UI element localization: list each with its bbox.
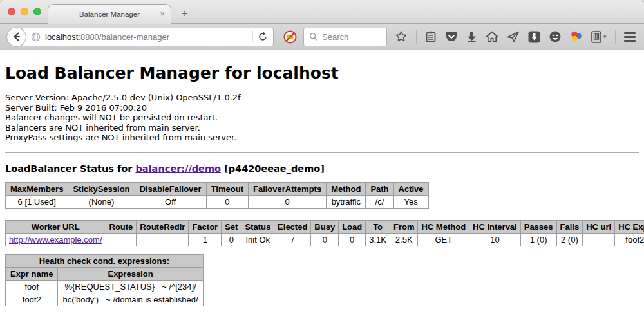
pocket-icon — [445, 31, 458, 42]
addon-download-icon — [528, 31, 540, 43]
home-icon — [486, 31, 498, 42]
toolbar-divider — [615, 30, 616, 44]
urlbar-divider — [252, 31, 253, 42]
container-button[interactable]: ▾ — [591, 31, 607, 43]
colored-dots-addon-icon — [570, 30, 583, 43]
table-row: 6 [1 Used] (None) Off 0 0 bytraffic /c/ … — [6, 195, 429, 208]
menu-button[interactable] — [624, 32, 636, 42]
server-version-line: Server Version: Apache/2.5.0-dev (Unix) … — [5, 93, 639, 103]
url-host: localhost — [45, 32, 78, 42]
navigation-toolbar: localhost:8880/balancer-manager — [0, 24, 644, 50]
health-check-table: Health check cond. expressions: Expr nam… — [5, 254, 204, 306]
colored-dots-addon-button[interactable] — [570, 30, 583, 43]
server-info: Server Version: Apache/2.5.0-dev (Unix) … — [5, 93, 639, 143]
search-input[interactable] — [322, 32, 377, 42]
zoom-window-button[interactable] — [33, 8, 41, 15]
reading-list-button[interactable] — [425, 31, 437, 43]
worker-table: Worker URL Route RouteRedir Factor Set S… — [5, 220, 644, 246]
menu-hamburger-icon — [624, 32, 636, 34]
download-icon — [466, 31, 477, 42]
smiley-icon — [549, 30, 562, 43]
reload-icon[interactable] — [258, 32, 268, 42]
health-table-title: Health check cond. expressions: — [6, 254, 204, 267]
table-row: foof %{REQUEST_STATUS} =~ /^[234]/ — [6, 280, 204, 293]
page-content: Load Balancer Manager for localhost Serv… — [0, 64, 644, 316]
new-tab-button[interactable]: + — [178, 7, 192, 20]
clipboard-icon — [425, 31, 437, 43]
send-tab-button[interactable] — [507, 31, 520, 42]
table-title-row: Health check cond. expressions: — [6, 254, 204, 267]
bookmark-button[interactable] — [395, 30, 408, 43]
table-header-row: Worker URL Route RouteRedir Factor Set S… — [6, 220, 644, 233]
tab-balancer-manager[interactable]: Balancer Manager × — [48, 4, 171, 24]
container-icon — [591, 31, 601, 43]
content-blocker-button[interactable] — [280, 30, 299, 44]
balancer-settings-table: MaxMembers StickySession DisableFailover… — [5, 182, 429, 209]
pocket-button[interactable] — [445, 31, 458, 42]
section-divider — [5, 152, 639, 153]
send-icon — [507, 31, 520, 42]
home-button[interactable] — [486, 31, 498, 42]
url-path: :8880/balancer-manager — [78, 32, 169, 42]
page-title: Load Balancer Manager for localhost — [5, 64, 639, 82]
close-tab-icon[interactable]: × — [160, 9, 165, 19]
tab-title: Balancer Manager — [79, 10, 140, 18]
worker-url-link[interactable]: http://www.example.com/ — [9, 235, 102, 245]
table-header-row: Expr name Expression — [6, 267, 204, 280]
content-blocker-icon — [283, 30, 297, 44]
tab-bar: Balancer Manager × + — [0, 0, 644, 24]
back-button[interactable] — [6, 27, 26, 47]
toolbar-divider — [416, 30, 417, 44]
minimize-window-button[interactable] — [21, 8, 28, 15]
url-bar[interactable]: localhost:8880/balancer-manager — [21, 28, 274, 46]
toolbar-buttons: ▾ — [395, 30, 644, 44]
url-text: localhost:8880/balancer-manager — [45, 32, 169, 42]
addon-download-button[interactable] — [528, 31, 540, 43]
chevron-down-icon: ▾ — [603, 33, 607, 40]
close-window-button[interactable] — [8, 8, 15, 15]
bookmark-star-icon — [395, 30, 408, 43]
notice-line: Balancer changes will NOT be persisted o… — [5, 113, 639, 123]
notice-line: Balancers are NOT inherited from main se… — [5, 123, 639, 133]
search-icon — [309, 32, 318, 41]
window-controls — [8, 8, 41, 15]
server-built-line: Server Built: Feb 9 2016 07:00:20 — [5, 103, 639, 113]
feedback-button[interactable] — [549, 30, 562, 43]
balancer-status-heading: LoadBalancer Status for balancer://demo … — [5, 163, 639, 174]
notice-line: ProxyPass settings are NOT inherited fro… — [5, 133, 639, 143]
table-row: http://www.example.com/ 1 0 Init Ok 7 0 … — [6, 233, 644, 246]
globe-icon — [31, 32, 41, 42]
worker-url-cell: http://www.example.com/ — [6, 233, 106, 246]
search-box[interactable] — [303, 28, 387, 46]
table-header-row: MaxMembers StickySession DisableFailover… — [6, 182, 429, 195]
back-icon — [12, 32, 22, 42]
balancer-link[interactable]: balancer://demo — [135, 163, 221, 174]
downloads-button[interactable] — [466, 31, 477, 42]
browser-window: Balancer Manager × + localhost:8880/bala… — [0, 0, 644, 316]
table-row: foof2 hc('body') =~ /domain is establish… — [6, 293, 204, 306]
